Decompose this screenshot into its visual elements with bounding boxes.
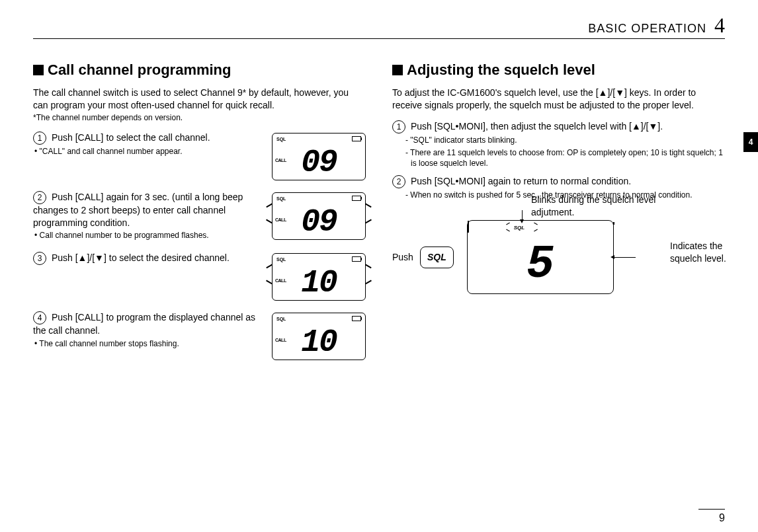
header-chapter-number: 4	[714, 13, 725, 38]
left-column: Call channel programming The call channe…	[33, 56, 366, 371]
battery-icon	[352, 256, 361, 262]
step-text: Push [CALL] to select the call channel.	[52, 132, 210, 143]
arrow-head-icon	[520, 219, 524, 223]
lcd-digits: 09	[273, 201, 365, 244]
step-sub: - There are 11 squelch levels to choose …	[392, 147, 725, 169]
flash-mark-icon	[365, 203, 371, 207]
flash-mark-icon	[325, 300, 327, 305]
left-intro: The call channel switch is used to selec…	[33, 87, 366, 112]
arrow-line-icon	[613, 257, 636, 258]
indicates-annotation: Indicates the squelch level.	[670, 240, 749, 265]
step-number-icon: 2	[33, 191, 46, 204]
page: BASIC OPERATION 4 4 Call channel program…	[0, 0, 758, 532]
flash-mark-icon	[312, 239, 314, 245]
heading-square-icon	[33, 65, 44, 75]
left-step: 4 Push [CALL] to program the displayed c…	[33, 311, 366, 360]
lcd-sql-indicator: SQL	[514, 225, 525, 232]
flash-mark-icon	[506, 229, 510, 232]
flash-mark-icon	[506, 223, 510, 225]
left-step: 1 Push [CALL] to select the call channel…	[33, 132, 366, 180]
push-block: Push SQL	[392, 247, 454, 268]
right-step: 1 Push [SQL•MONI], then adjust the squel…	[392, 120, 725, 169]
page-number: 9	[698, 509, 725, 524]
right-heading: Adjusting the squelch level	[392, 60, 725, 80]
step-text: Push [CALL] again for 3 sec. (until a lo…	[33, 192, 243, 228]
side-tab-current: 4	[743, 132, 758, 152]
left-heading: Call channel programming	[33, 60, 366, 80]
flash-mark-icon	[266, 280, 272, 284]
header-rule	[33, 38, 725, 39]
lcd-digits: 10	[273, 321, 365, 364]
step-number-icon: 1	[33, 132, 46, 145]
step-text: Push [SQL•MONI], then adjust the squelch…	[411, 121, 663, 132]
content-columns: Call channel programming The call channe…	[33, 56, 725, 371]
flash-mark-icon	[534, 229, 538, 232]
flash-mark-icon	[266, 219, 272, 223]
flash-mark-icon	[266, 264, 272, 268]
step-sub: • The call channel number stops flashing…	[33, 338, 267, 349]
flash-mark-icon	[325, 239, 327, 245]
step-text: Push [▲]/[▼] to select the desired chann…	[52, 252, 230, 263]
header-section-title: BASIC OPERATION	[588, 22, 706, 36]
flash-mark-icon	[365, 264, 371, 268]
step-number-icon: 2	[392, 175, 405, 188]
arrow-head-icon	[611, 255, 614, 259]
left-step: 3 Push [▲]/[▼] to select the desired cha…	[33, 252, 366, 301]
page-header: BASIC OPERATION 4	[588, 13, 725, 38]
flash-mark-icon	[312, 300, 314, 305]
right-intro: To adjust the IC-GM1600's squelch level,…	[392, 87, 725, 112]
lcd-big-digit: 5	[468, 234, 613, 297]
step-text: Push [SQL•MONI] again to return to norma…	[411, 176, 631, 186]
battery-icon	[352, 196, 361, 201]
lcd-screen-icon: SQL CALL 10	[272, 313, 366, 360]
step-number-icon: 1	[392, 120, 405, 133]
flash-mark-icon	[534, 223, 538, 225]
flash-mark-icon	[365, 280, 371, 284]
flash-mark-icon	[266, 203, 272, 207]
lcd-screen-icon: SQL CALL 09	[272, 133, 366, 180]
lcd-big-screen-icon: SQL 5	[467, 220, 614, 294]
step-sub: • Call channel number to be programmed f…	[33, 230, 267, 241]
flash-mark-icon	[365, 219, 371, 223]
right-column: Adjusting the squelch level To adjust th…	[392, 56, 725, 371]
battery-icon	[352, 316, 361, 321]
push-label: Push	[392, 251, 413, 264]
lcd-digits: 10	[273, 262, 365, 305]
heading-square-icon	[392, 65, 403, 75]
step-sub: - "SQL" indicator starts blinking.	[392, 135, 725, 145]
battery-icon	[468, 221, 469, 233]
left-footnote: *The channel number depends on version.	[33, 112, 366, 123]
left-heading-text: Call channel programming	[48, 61, 232, 78]
left-step: 2 Push [CALL] again for 3 sec. (until a …	[33, 191, 366, 241]
sql-key-icon: SQL	[420, 247, 454, 268]
blinks-annotation: Blinks during the squelch level adjutmen…	[531, 194, 663, 219]
right-heading-text: Adjusting the squelch level	[407, 61, 595, 78]
step-sub: • "CALL" and call channel number appear.	[33, 146, 267, 157]
battery-icon	[352, 136, 361, 141]
squelch-diagram: Blinks during the squelch level adjutmen…	[392, 220, 725, 294]
lcd-screen-flashing-icon: SQL CALL 09	[272, 192, 366, 240]
step-number-icon: 4	[33, 311, 46, 324]
lcd-digits: 09	[273, 141, 365, 184]
step-text: Push [CALL] to program the displayed cha…	[33, 312, 255, 336]
step-number-icon: 3	[33, 252, 46, 265]
lcd-screen-flashing-icon: SQL CALL 10	[272, 253, 366, 301]
